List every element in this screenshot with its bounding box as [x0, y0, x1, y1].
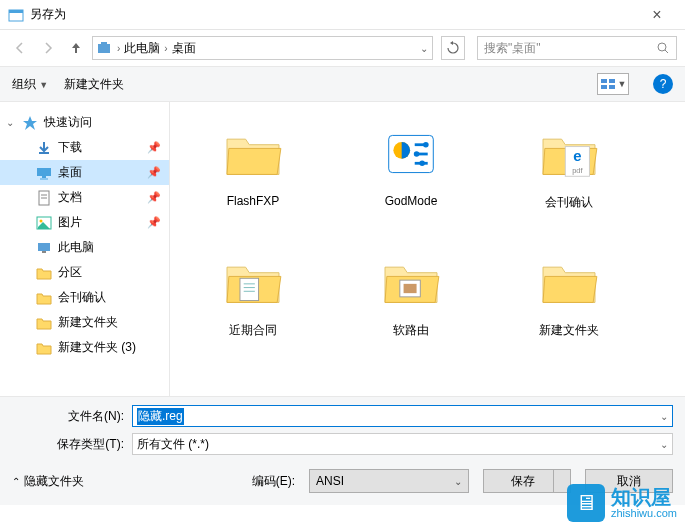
chevron-down-icon: ⌄: [454, 476, 462, 487]
chevron-down-icon[interactable]: ⌄: [6, 117, 14, 128]
filetype-label: 保存类型(T):: [12, 436, 132, 453]
tree-item[interactable]: 桌面📌: [0, 160, 169, 185]
tree-item[interactable]: 新建文件夹: [0, 310, 169, 335]
search-input[interactable]: 搜索"桌面": [477, 36, 677, 60]
hide-folders-toggle[interactable]: ⌃ 隐藏文件夹: [12, 473, 84, 490]
pin-icon: 📌: [147, 166, 161, 179]
view-button[interactable]: ▼: [597, 73, 629, 95]
chevron-down-icon[interactable]: ⌄: [660, 411, 668, 422]
svg-rect-6: [601, 79, 607, 83]
app-icon: [8, 7, 24, 23]
folder-icon: [375, 246, 447, 318]
pin-icon: 📌: [147, 141, 161, 154]
svg-point-24: [423, 142, 429, 148]
back-button[interactable]: [8, 36, 32, 60]
file-item[interactable]: 新建文件夹: [494, 242, 644, 362]
svg-point-18: [40, 219, 43, 222]
chevron-right-icon: ›: [117, 43, 120, 54]
svg-rect-19: [38, 243, 50, 251]
svg-rect-11: [37, 168, 51, 176]
file-item[interactable]: epdf会刊确认: [494, 114, 644, 234]
svg-line-5: [665, 50, 668, 53]
svg-rect-3: [101, 42, 107, 46]
svg-rect-32: [240, 278, 259, 300]
tree-item[interactable]: 会刊确认: [0, 285, 169, 310]
svg-rect-1: [9, 10, 23, 13]
svg-rect-7: [609, 79, 615, 83]
pin-icon: 📌: [147, 191, 161, 204]
file-label: 近期合同: [229, 322, 277, 339]
tree-item[interactable]: 文档📌: [0, 185, 169, 210]
file-label: 软路由: [393, 322, 429, 339]
filename-input[interactable]: 隐藏.reg ⌄: [132, 405, 673, 427]
folder-icon: [375, 118, 447, 190]
file-label: FlashFXP: [227, 194, 280, 208]
file-label: 新建文件夹: [539, 322, 599, 339]
tree-item[interactable]: 此电脑: [0, 235, 169, 260]
file-item[interactable]: FlashFXP: [178, 114, 328, 234]
svg-rect-8: [601, 85, 607, 89]
cancel-button[interactable]: 取消: [585, 469, 673, 493]
file-item[interactable]: GodMode: [336, 114, 486, 234]
encoding-label: 编码(E):: [252, 473, 295, 490]
encoding-select[interactable]: ANSI ⌄: [309, 469, 469, 493]
refresh-button[interactable]: [441, 36, 465, 60]
forward-button[interactable]: [36, 36, 60, 60]
files-pane[interactable]: FlashFXPGodModeepdf会刊确认近期合同软路由新建文件夹: [170, 102, 685, 396]
search-placeholder: 搜索"桌面": [484, 40, 541, 57]
path-box[interactable]: › 此电脑 › 桌面 ⌄: [92, 36, 433, 60]
help-button[interactable]: ?: [653, 74, 673, 94]
path-dropdown-icon[interactable]: ⌄: [420, 43, 428, 54]
tree-item[interactable]: 下载📌: [0, 135, 169, 160]
svg-text:e: e: [573, 148, 581, 164]
folder-icon: epdf: [533, 118, 605, 190]
file-item[interactable]: 软路由: [336, 242, 486, 362]
svg-point-28: [419, 161, 425, 167]
svg-point-4: [658, 43, 666, 51]
tree-item[interactable]: 图片📌: [0, 210, 169, 235]
tree-item[interactable]: 新建文件夹 (3): [0, 335, 169, 360]
path-segment[interactable]: 此电脑: [124, 40, 160, 57]
organize-button[interactable]: 组织 ▼: [12, 76, 48, 93]
file-item[interactable]: 近期合同: [178, 242, 328, 362]
tree-quick-access[interactable]: ⌄ 快速访问: [0, 110, 169, 135]
folder-icon: [533, 246, 605, 318]
path-segment[interactable]: 桌面: [172, 40, 196, 57]
new-folder-button[interactable]: 新建文件夹: [64, 76, 124, 93]
chevron-right-icon: ›: [164, 43, 167, 54]
pin-icon: 📌: [147, 216, 161, 229]
chevron-down-icon[interactable]: ⌄: [660, 439, 668, 450]
window-title: 另存为: [30, 6, 637, 23]
file-label: GodMode: [385, 194, 438, 208]
save-button[interactable]: 保存: [483, 469, 571, 493]
svg-rect-9: [609, 85, 615, 89]
folder-icon: [217, 118, 289, 190]
file-label: 会刊确认: [545, 194, 593, 211]
svg-text:pdf: pdf: [572, 166, 583, 175]
up-button[interactable]: [64, 36, 88, 60]
filename-label: 文件名(N):: [12, 408, 132, 425]
folder-icon: [217, 246, 289, 318]
svg-rect-20: [42, 251, 46, 253]
svg-point-26: [414, 151, 420, 157]
tree-panel: ⌄ 快速访问 下载📌桌面📌文档📌图片📌此电脑分区会刊确认新建文件夹新建文件夹 (…: [0, 102, 170, 396]
svg-rect-37: [404, 284, 417, 293]
tree-item[interactable]: 分区: [0, 260, 169, 285]
filetype-select[interactable]: 所有文件 (*.*) ⌄: [132, 433, 673, 455]
close-button[interactable]: ×: [637, 6, 677, 24]
svg-rect-12: [42, 176, 46, 178]
